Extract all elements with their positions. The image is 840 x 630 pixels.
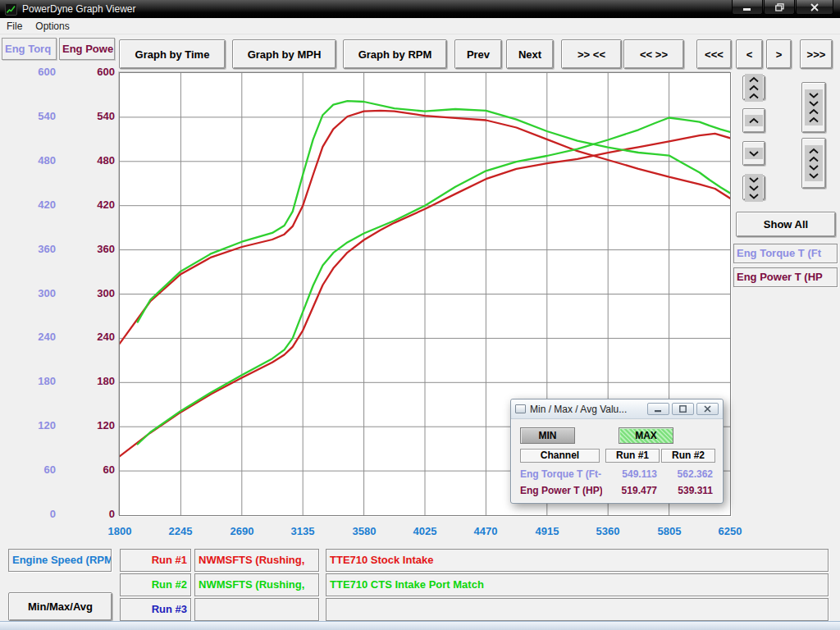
x-axis-label: 4470: [455, 525, 516, 537]
x-axis-label: 4915: [517, 525, 578, 537]
y-axis-torque-label: 120: [15, 419, 56, 431]
restore-button[interactable]: [764, 0, 795, 15]
legend-description-box: [326, 598, 829, 621]
chevron-converge-button[interactable]: [801, 82, 826, 133]
dialog-maximize-button[interactable]: [672, 403, 694, 415]
dialog-title: Min / Max / Avg Valu...: [530, 404, 627, 415]
legend-run-label: Run #3: [120, 598, 191, 621]
x-axis-label: 4025: [395, 525, 455, 537]
y-axis-power-label: 0: [74, 508, 115, 520]
legend-description-box: TTE710 CTS Intake Port Match: [326, 573, 829, 596]
x-axis-label: 3580: [334, 525, 395, 537]
y-axis-power-label: 540: [74, 110, 115, 122]
dialog-icon: [515, 404, 526, 413]
chevron-triple-down-button[interactable]: [742, 176, 765, 200]
right-torque-channel-box[interactable]: Eng Torque T (Ft: [733, 244, 838, 263]
close-button[interactable]: [796, 0, 833, 15]
show-all-button[interactable]: Show All: [736, 212, 836, 237]
y-axis-power-label: 120: [74, 419, 115, 431]
channel-button-power[interactable]: Eng Powe: [59, 38, 115, 60]
max-button[interactable]: MAX: [619, 427, 673, 444]
dialog-col-run2: Run #2: [661, 449, 715, 463]
toolbar-button-[interactable]: <: [736, 39, 763, 69]
y-axis-torque-label: 480: [15, 154, 56, 167]
right-power-channel-box[interactable]: Eng Power T (HP: [733, 267, 838, 287]
y-axis-torque-label: 420: [15, 199, 56, 211]
dialog-torque-run2-max: 562.362: [664, 468, 713, 480]
toolbar-button-graph-by-rpm[interactable]: Graph by RPM: [343, 39, 447, 69]
y-axis-torque-label: 180: [15, 375, 56, 387]
x-channel-box[interactable]: Engine Speed (RPM): [8, 549, 112, 572]
y-axis-power-label: 360: [74, 243, 115, 255]
menu-options[interactable]: Options: [29, 19, 75, 34]
menu-bar: File Options: [0, 18, 840, 34]
window-bottom-border: [0, 621, 840, 630]
toolbar-button-[interactable]: << >>: [623, 39, 684, 69]
channel-button-torque[interactable]: Eng Torq: [2, 38, 57, 60]
toolbar-button-prev[interactable]: Prev: [454, 39, 502, 69]
legend-comment-box: NWMSFTS (Rushing,: [194, 549, 319, 572]
x-axis-label: 6250: [700, 525, 760, 537]
dialog-minimize-button[interactable]: [647, 403, 669, 415]
chevron-down-button[interactable]: [742, 141, 765, 166]
x-axis-label: 5805: [639, 525, 700, 537]
app-icon: [5, 3, 17, 16]
chevron-triple-up-icon: [745, 74, 763, 102]
y-axis-power-label: 300: [74, 287, 115, 299]
x-axis-label: 2690: [212, 525, 272, 537]
y-axis-torque-label: 540: [15, 110, 56, 122]
toolbar-button-[interactable]: >> <<: [561, 39, 622, 69]
chevron-down-icon: [745, 148, 763, 159]
x-axis-label: 5360: [578, 525, 638, 537]
y-axis-power-label: 480: [74, 154, 115, 167]
y-axis-power-label: 600: [74, 66, 115, 78]
chevron-converge-icon: [805, 89, 823, 126]
chevron-triple-up-button[interactable]: [742, 75, 765, 100]
title-bar[interactable]: PowerDyne Graph Viewer: [0, 0, 840, 18]
chevron-diverge-icon: [805, 145, 823, 181]
y-axis-power-label: 180: [74, 375, 115, 387]
toolbar-button-next[interactable]: Next: [506, 39, 554, 69]
legend-comment-box: NWMSFTS (Rushing,: [194, 573, 319, 596]
dialog-row-power-channel: Eng Power T (HP): [520, 485, 602, 496]
toolbar-button-graph-by-time[interactable]: Graph by Time: [119, 39, 226, 69]
x-axis-label: 3135: [272, 525, 333, 537]
dialog-close-button[interactable]: [696, 403, 719, 415]
legend-run-label: Run #1: [120, 549, 191, 572]
dialog-power-run2-max: 539.311: [664, 485, 713, 496]
min-max-avg-button[interactable]: Min/Max/Avg: [8, 592, 112, 621]
y-axis-power-label: 240: [74, 331, 115, 343]
toolbar-button-[interactable]: <<<: [696, 39, 732, 69]
y-axis-torque-label: 300: [15, 287, 56, 299]
dialog-title-bar[interactable]: Min / Max / Avg Valu...: [511, 399, 723, 419]
y-axis-torque-label: 0: [15, 508, 56, 520]
toolbar-button-[interactable]: >>>: [800, 39, 833, 69]
legend-run-label: Run #2: [120, 573, 191, 596]
dialog-row-torque-channel: Eng Torque T (Ft-: [520, 468, 602, 480]
dialog-power-run1-max: 519.477: [608, 485, 657, 496]
chevron-up-button[interactable]: [742, 108, 765, 133]
y-axis-power-label: 420: [74, 199, 115, 211]
y-axis-power-label: 60: [74, 463, 115, 476]
minmax-dialog[interactable]: Min / Max / Avg Valu... MIN MAX Channel …: [510, 399, 724, 504]
x-axis-label: 1800: [89, 525, 150, 537]
dialog-col-run1: Run #1: [605, 449, 660, 463]
y-axis-torque-label: 360: [15, 243, 56, 255]
chevron-up-icon: [745, 115, 763, 126]
toolbar-button-[interactable]: >: [766, 39, 792, 69]
menu-file[interactable]: File: [0, 19, 29, 34]
minimize-button[interactable]: [732, 0, 763, 15]
y-axis-torque-label: 600: [15, 66, 56, 78]
window-title: PowerDyne Graph Viewer: [22, 3, 136, 15]
y-axis-torque-label: 240: [15, 331, 56, 343]
dialog-col-channel: Channel: [520, 449, 600, 463]
toolbar-button-graph-by-mph[interactable]: Graph by MPH: [232, 39, 336, 69]
y-axis-torque-label: 60: [15, 463, 56, 476]
chevron-triple-down-icon: [745, 174, 763, 202]
legend-comment-box: [194, 598, 319, 621]
chevron-diverge-button[interactable]: [801, 138, 826, 189]
app-window: PowerDyne Graph Viewer File Options Eng …: [0, 0, 840, 630]
min-button[interactable]: MIN: [520, 427, 575, 444]
x-axis-label: 2245: [150, 525, 211, 537]
legend-description-box: TTE710 Stock Intake: [326, 549, 829, 572]
